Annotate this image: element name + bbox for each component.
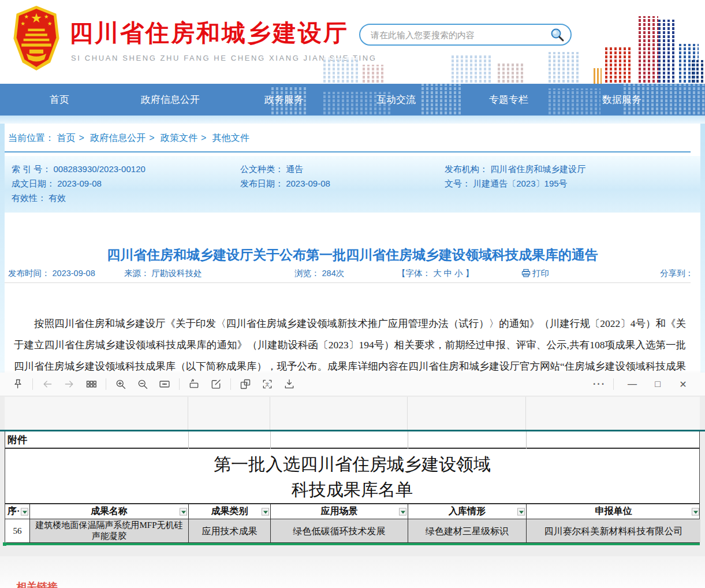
- filter-dropdown-icon[interactable]: [180, 508, 187, 515]
- building-graphic: [692, 60, 705, 84]
- table-row[interactable]: 56 建筑楼地面保温隔声系统用MFP无机硅声能凝胶 应用技术成果 绿色低碳循环技…: [5, 519, 700, 543]
- font-size-small[interactable]: 小: [454, 269, 463, 278]
- article-source: 来源： 厅勘设科技处: [124, 268, 202, 279]
- breadcrumb-label: 当前位置：: [8, 133, 54, 143]
- nav-item-interaction[interactable]: 互动交流: [376, 84, 416, 116]
- toolbar-separator: [32, 378, 33, 390]
- attachment-label-row: 附件: [5, 431, 700, 449]
- filter-dropdown-icon[interactable]: [262, 508, 269, 515]
- download-icon[interactable]: [281, 376, 298, 392]
- maximize-button[interactable]: □: [645, 379, 670, 389]
- building-graphic: [658, 20, 677, 84]
- search-input[interactable]: [370, 29, 550, 40]
- attachment-label: 附件: [5, 431, 188, 449]
- view-count: 浏览： 284次: [294, 268, 344, 279]
- building-graphic: [549, 52, 580, 84]
- doc-meta-validity: 有效性： 有效: [12, 193, 66, 204]
- cell-name: 建筑楼地面保温隔声系统用MFP无机硅声能凝胶: [29, 519, 188, 542]
- empty-cell: [270, 431, 408, 449]
- article-meta-row: 发布时间： 2023-09-08 来源： 厅勘设科技处 浏览： 284次 【字体…: [0, 268, 705, 281]
- related-links-heading[interactable]: 相关链接: [16, 580, 58, 588]
- extract-text-icon[interactable]: A: [237, 376, 254, 392]
- zoom-out-icon[interactable]: [134, 376, 151, 392]
- col-header-name: 成果名称: [29, 504, 188, 519]
- filter-dropdown-icon[interactable]: [517, 508, 525, 515]
- share-label[interactable]: 分享到：: [660, 268, 693, 279]
- col-header-category: 成果类别: [188, 504, 270, 519]
- fit-width-icon[interactable]: [156, 376, 173, 392]
- nav-item-home[interactable]: 首页: [50, 84, 69, 116]
- nav-item-data[interactable]: 数据服务: [602, 84, 641, 116]
- nav-item-special[interactable]: 专题专栏: [489, 84, 528, 116]
- col-header-applicant: 申报单位: [526, 504, 700, 519]
- svg-text:★: ★: [31, 11, 42, 25]
- nav-building-graphic: [549, 88, 600, 116]
- font-size-medium[interactable]: 中: [444, 269, 453, 278]
- main-nav: 首页 政府信息公开 政务服务 互动交流 专题专栏 数据服务: [0, 84, 705, 116]
- nav-building-graphic: [421, 84, 462, 116]
- edit-icon[interactable]: [207, 376, 225, 392]
- nav-item-services[interactable]: 政务服务: [264, 84, 304, 116]
- rotate-icon[interactable]: [185, 376, 203, 392]
- breadcrumb-link-policy-files[interactable]: 政策文件: [161, 133, 197, 143]
- print-button[interactable]: 打印: [521, 268, 549, 280]
- publish-time: 发布时间： 2023-09-08: [8, 268, 95, 279]
- table-title-line2: 科技成果库名单: [5, 477, 699, 503]
- font-size-controls: 【字体： 大 中 小 】: [397, 268, 473, 279]
- breadcrumb-link-home[interactable]: 首页: [57, 133, 75, 143]
- forward-icon[interactable]: [61, 376, 78, 392]
- font-size-prefix: 【字体：: [397, 269, 431, 278]
- cell-seq: 56: [5, 519, 29, 542]
- zoom-in-icon[interactable]: [112, 376, 129, 392]
- building-graphic: [498, 64, 525, 84]
- toolbar-separator: [106, 378, 106, 390]
- svg-text:★: ★: [21, 21, 25, 27]
- doc-meta-index: 索 引 号： 008283930/2023-00120: [12, 164, 146, 175]
- minimize-button[interactable]: —: [620, 379, 645, 389]
- svg-text:文: 文: [265, 382, 270, 387]
- breadcrumb-separator: >: [201, 133, 206, 143]
- col-header-scene: 应用场景: [270, 504, 408, 519]
- empty-cell: [188, 431, 270, 449]
- toolbar-separator: [179, 378, 180, 390]
- table-title-line1: 第一批入选四川省住房城乡建设领域: [5, 452, 699, 477]
- nav-item-gov-info[interactable]: 政府信息公开: [141, 84, 200, 116]
- svg-text:★: ★: [44, 13, 49, 20]
- breadcrumb-separator: >: [149, 133, 154, 143]
- site-header: ★ ★ ★ ★ ★ 四川省住房和城乡建设厅 SI CHUAN SHENG ZHU…: [0, 0, 705, 84]
- cell-scene: 绿色低碳循环技术发展: [270, 519, 408, 542]
- spreadsheet-partial-row: [5, 397, 700, 430]
- svg-text:★: ★: [24, 13, 29, 20]
- doc-meta-write-date: 成文日期： 2023-09-08: [12, 178, 102, 189]
- print-label: 打印: [532, 269, 549, 278]
- search-icon[interactable]: [550, 27, 565, 42]
- close-button[interactable]: ✕: [670, 379, 696, 390]
- doc-meta-agency: 发布机构： 四川省住房和城乡建设厅: [445, 164, 585, 175]
- font-size-large[interactable]: 大: [433, 269, 442, 278]
- breadcrumb-link-other-files[interactable]: 其他文件: [212, 133, 249, 143]
- select-text-icon[interactable]: 文: [259, 376, 276, 392]
- printer-icon: [521, 269, 531, 280]
- filter-dropdown-icon[interactable]: [692, 508, 699, 515]
- national-emblem-logo: ★ ★ ★ ★ ★: [12, 3, 61, 73]
- empty-cell: [526, 431, 700, 449]
- page: ★ ★ ★ ★ ★ 四川省住房和城乡建设厅 SI CHUAN SHENG ZHU…: [0, 0, 705, 588]
- search-box[interactable]: [359, 24, 572, 46]
- breadcrumb-link-gov-info[interactable]: 政府信息公开: [90, 133, 146, 143]
- attachment-table: 附件 第一批入选四川省住房城乡建设领域 科技成果库名单 序· 成果名称 成果类别…: [5, 431, 700, 545]
- more-options-button[interactable]: ···: [587, 379, 612, 389]
- doc-meta-type: 公文种类： 通告: [240, 164, 303, 175]
- filter-dropdown-icon[interactable]: [399, 508, 406, 515]
- thumbnails-icon[interactable]: [83, 376, 100, 392]
- doc-meta-doc-no: 文号： 川建通告〔2023〕195号: [445, 178, 568, 189]
- viewer-window-controls: ··· — □ ✕: [587, 378, 696, 390]
- filter-dropdown-icon[interactable]: [21, 508, 28, 515]
- back-icon[interactable]: [39, 376, 56, 392]
- viewer-toolbar: A 文 ··· — □ ✕: [0, 373, 705, 396]
- col-header-seq: 序·: [5, 504, 29, 519]
- building-graphic: [639, 16, 658, 84]
- pin-icon[interactable]: [9, 376, 27, 392]
- col-header-status: 入库情形: [408, 504, 526, 519]
- nav-bottom-strip: [0, 116, 705, 124]
- building-graphic: [452, 55, 491, 84]
